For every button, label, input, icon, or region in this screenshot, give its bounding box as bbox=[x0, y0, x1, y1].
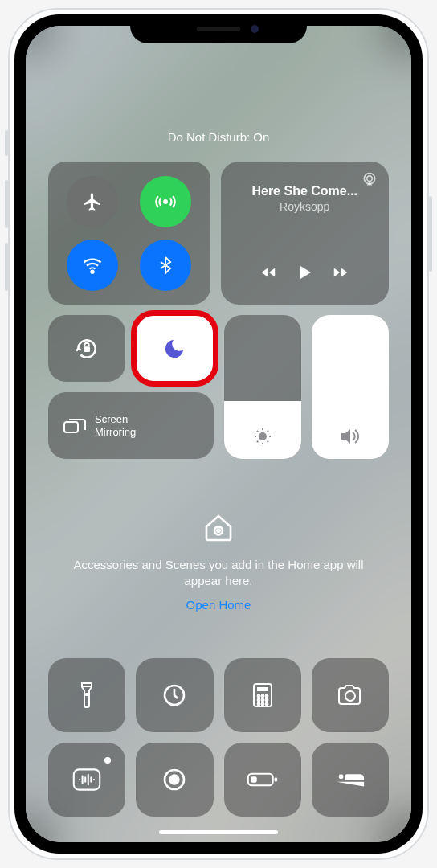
bluetooth-button[interactable] bbox=[140, 240, 191, 291]
volume-up bbox=[5, 180, 8, 228]
home-icon bbox=[202, 512, 235, 544]
volume-down bbox=[5, 243, 8, 291]
svg-point-1 bbox=[92, 270, 94, 272]
svg-point-18 bbox=[265, 698, 268, 701]
cellular-button[interactable] bbox=[140, 176, 191, 227]
svg-rect-23 bbox=[74, 769, 100, 789]
home-section: Accessories and Scenes you add in the Ho… bbox=[48, 512, 389, 612]
timer-button[interactable] bbox=[136, 658, 213, 732]
svg-point-20 bbox=[261, 702, 263, 705]
status-banner: Do Not Disturb: On bbox=[48, 130, 389, 144]
wifi-button[interactable] bbox=[67, 240, 118, 291]
forward-icon bbox=[332, 264, 349, 281]
volume-slider[interactable] bbox=[312, 315, 389, 459]
svg-rect-28 bbox=[251, 776, 256, 782]
calculator-icon bbox=[252, 682, 273, 708]
rotation-lock-icon bbox=[74, 336, 100, 362]
svg-point-6 bbox=[259, 433, 266, 440]
flashlight-button[interactable] bbox=[48, 658, 125, 732]
brightness-slider[interactable] bbox=[224, 315, 301, 459]
sun-icon bbox=[253, 427, 272, 446]
silence-switch bbox=[5, 130, 8, 156]
notch bbox=[130, 14, 307, 43]
svg-point-3 bbox=[367, 176, 373, 182]
phone-chassis: Do Not Disturb: On bbox=[8, 8, 429, 860]
svg-point-0 bbox=[164, 200, 167, 203]
home-message: Accessories and Scenes you add in the Ho… bbox=[64, 557, 373, 590]
camera-button[interactable] bbox=[312, 658, 389, 732]
svg-point-9 bbox=[86, 693, 88, 695]
record-icon bbox=[161, 767, 187, 792]
front-camera bbox=[251, 25, 259, 33]
shazam-button[interactable] bbox=[48, 743, 125, 817]
airplay-button[interactable] bbox=[361, 171, 378, 190]
side-button bbox=[429, 196, 432, 272]
sleep-button[interactable] bbox=[312, 743, 389, 817]
screen: Do Not Disturb: On bbox=[26, 26, 411, 842]
svg-point-22 bbox=[345, 691, 355, 701]
svg-rect-12 bbox=[257, 687, 268, 691]
screen-mirroring-icon bbox=[63, 416, 87, 436]
calculator-button[interactable] bbox=[224, 658, 301, 732]
wifi-icon bbox=[81, 254, 104, 276]
moon-icon bbox=[162, 337, 186, 361]
track-title: Here She Come... bbox=[232, 184, 378, 199]
svg-point-15 bbox=[265, 694, 268, 697]
svg-rect-4 bbox=[84, 346, 90, 352]
rewind-icon bbox=[259, 264, 277, 281]
screen-mirroring-button[interactable]: Screen Mirroring bbox=[48, 392, 214, 459]
svg-point-17 bbox=[261, 698, 263, 701]
open-home-link[interactable]: Open Home bbox=[64, 598, 373, 612]
speaker-icon bbox=[339, 427, 361, 446]
rotation-lock-button[interactable] bbox=[48, 315, 125, 382]
timer-icon bbox=[161, 682, 187, 708]
play-icon bbox=[295, 263, 314, 282]
svg-point-16 bbox=[257, 698, 259, 701]
do-not-disturb-button[interactable] bbox=[136, 315, 213, 382]
screen-mirroring-label: Screen Mirroring bbox=[95, 413, 136, 438]
svg-point-8 bbox=[217, 530, 219, 532]
next-button[interactable] bbox=[332, 264, 349, 285]
low-power-button[interactable] bbox=[224, 743, 301, 817]
svg-point-25 bbox=[170, 775, 179, 784]
music-recognition-icon bbox=[72, 768, 101, 792]
play-button[interactable] bbox=[295, 263, 314, 285]
camera-icon bbox=[337, 684, 364, 706]
bluetooth-icon bbox=[156, 256, 175, 275]
media-module[interactable]: Here She Come... Röyksopp bbox=[221, 162, 390, 305]
airplay-icon bbox=[361, 171, 378, 187]
airplane-mode-button[interactable] bbox=[67, 176, 118, 227]
battery-icon bbox=[247, 771, 279, 788]
earpiece bbox=[197, 27, 240, 31]
svg-rect-5 bbox=[64, 422, 78, 432]
antenna-icon bbox=[154, 190, 177, 213]
screen-record-button[interactable] bbox=[136, 743, 213, 817]
phone-frame: Do Not Disturb: On bbox=[14, 14, 423, 854]
airplane-icon bbox=[82, 191, 103, 212]
svg-point-14 bbox=[261, 694, 263, 697]
track-artist: Röyksopp bbox=[232, 200, 378, 213]
flashlight-icon bbox=[78, 682, 96, 709]
bed-icon bbox=[335, 769, 366, 790]
control-center: Do Not Disturb: On bbox=[26, 26, 411, 842]
svg-point-19 bbox=[257, 702, 259, 705]
svg-rect-27 bbox=[274, 777, 277, 781]
connectivity-module[interactable] bbox=[48, 162, 210, 305]
notification-dot bbox=[104, 757, 111, 764]
home-indicator[interactable] bbox=[159, 830, 278, 834]
svg-point-21 bbox=[265, 702, 268, 705]
previous-button[interactable] bbox=[259, 264, 277, 285]
svg-point-13 bbox=[257, 694, 259, 697]
